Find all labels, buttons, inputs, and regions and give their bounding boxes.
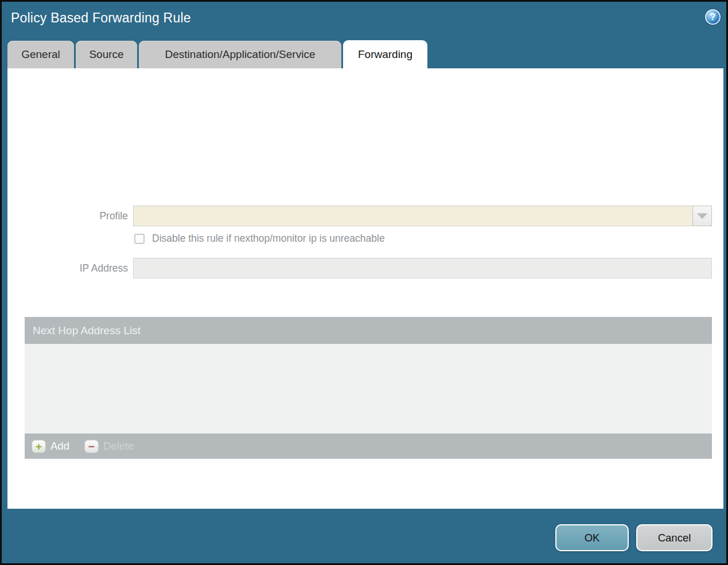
delete-button: − Delete [84,440,134,453]
policy-based-forwarding-dialog: Policy Based Forwarding Rule ? General S… [0,0,728,565]
tab-destination-application-service[interactable]: Destination/Application/Service [139,41,341,68]
monitor-profile-select [133,206,693,226]
cancel-button[interactable]: Cancel [636,524,713,551]
monitor-profile-label: Profile [25,206,128,226]
chevron-down-icon [697,214,707,219]
tab-general[interactable]: General [7,41,74,68]
dialog-title: Policy Based Forwarding Rule [11,10,191,26]
delete-button-label: Delete [103,440,134,452]
monitor-profile-dropdown-button [692,206,712,226]
disable-rule-label: Disable this rule if nexthop/monitor ip … [152,233,385,245]
add-button-label: Add [50,440,69,452]
ok-button[interactable]: OK [555,524,629,551]
minus-icon: − [84,440,99,453]
monitor-ip-address-input [133,258,712,278]
help-icon[interactable]: ? [705,9,721,25]
next-hop-address-list-header: Next Hop Address List [25,317,712,344]
tab-source[interactable]: Source [76,41,137,68]
plus-icon: + [32,440,46,453]
next-hop-address-list-footer: + Add − Delete [25,434,712,459]
tab-forwarding[interactable]: Forwarding [343,40,427,69]
next-hop-address-list-body[interactable] [25,344,712,434]
disable-rule-checkbox [134,234,145,244]
add-button[interactable]: + Add [32,440,69,453]
monitor-ip-address-label: IP Address [25,258,128,278]
